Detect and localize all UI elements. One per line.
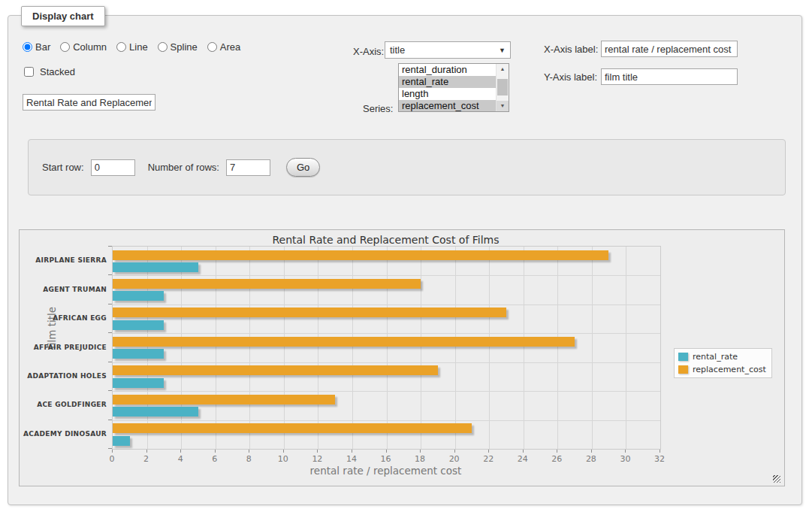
y-axis-tick-mark xyxy=(108,362,112,362)
stacked-option[interactable]: Stacked xyxy=(21,65,75,79)
bar-rental_rate xyxy=(113,378,164,388)
legend-swatch-rental_rate xyxy=(678,353,688,361)
bar-rental_rate xyxy=(113,407,198,417)
y-category-label: ADAPTATION HOLES xyxy=(22,372,107,380)
x-tick-label: 24 xyxy=(512,454,534,464)
grid-line-vertical xyxy=(489,247,490,449)
go-button[interactable]: Go xyxy=(286,158,320,177)
series-scrollbar[interactable]: ▲ ▼ xyxy=(496,64,509,111)
stacked-label: Stacked xyxy=(40,66,75,77)
legend-swatch-replacement_cost xyxy=(678,365,688,374)
chart-type-radio-bar[interactable] xyxy=(23,42,32,52)
resize-grip-handle[interactable] xyxy=(773,475,780,483)
bar-rental_rate xyxy=(113,436,130,446)
chart-type-option-line[interactable]: Line xyxy=(116,41,148,53)
x-tick-label: 0 xyxy=(101,454,123,464)
num-rows-label: Number of rows: xyxy=(148,162,219,173)
y-category-label: ACE GOLDFINGER xyxy=(22,401,107,408)
bar-rental_rate xyxy=(113,349,164,359)
y-axis-tick-mark xyxy=(108,246,112,247)
x-tick-label: 2 xyxy=(135,454,158,464)
scroll-down-icon[interactable]: ▼ xyxy=(497,101,509,111)
grid-line-vertical xyxy=(352,247,353,449)
x-tick-label: 26 xyxy=(545,454,568,464)
x-tick-label: 14 xyxy=(340,454,363,464)
chart-type-option-column[interactable]: Column xyxy=(60,41,107,53)
series-option-rental_duration[interactable]: rental_duration xyxy=(399,64,496,76)
bar-rental_rate xyxy=(113,262,198,272)
scrollbar-thumb[interactable] xyxy=(497,79,508,95)
x-axis-tick-mark xyxy=(180,450,181,453)
series-option-rental_rate[interactable]: rental_rate xyxy=(399,76,496,88)
grid-line-vertical xyxy=(318,247,318,449)
x-axis-tick-mark xyxy=(625,450,626,453)
chart-type-radio-column[interactable] xyxy=(60,42,70,52)
x-tick-label: 8 xyxy=(237,454,260,464)
x-axis-tick-mark xyxy=(249,450,249,453)
grid-line-horizontal xyxy=(113,275,660,276)
y-axis-tick-mark xyxy=(108,420,112,420)
y-axis-label-input[interactable] xyxy=(601,68,738,85)
grid-line-horizontal xyxy=(113,420,660,421)
y-category-label: ACADEMY DINOSAUR xyxy=(22,430,107,438)
chart-type-option-spline[interactable]: Spline xyxy=(158,41,198,53)
chart-container: Rental Rate and Replacement Cost of Film… xyxy=(19,229,785,486)
bar-replacement_cost xyxy=(113,250,608,260)
chart-type-radio-area[interactable] xyxy=(207,42,217,52)
chart-type-option-label: Column xyxy=(73,41,107,53)
series-multiselect[interactable]: rental_durationrental_ratelengthreplacem… xyxy=(398,63,509,112)
x-axis-label-input[interactable] xyxy=(601,41,738,57)
x-axis-selected-value: title xyxy=(390,44,405,56)
row-range-panel: Start row: Number of rows: Go xyxy=(28,139,786,195)
num-rows-input[interactable] xyxy=(226,159,270,176)
x-axis-label-field-label: X-Axis label: xyxy=(544,44,598,55)
grid-line-vertical xyxy=(249,247,250,449)
grid-line-vertical xyxy=(147,247,148,449)
series-field-label: Series: xyxy=(363,103,393,114)
chart-title-input[interactable] xyxy=(23,94,155,111)
grid-line-vertical xyxy=(421,247,421,449)
x-axis-tick-mark xyxy=(454,450,455,453)
legend-label: replacement_cost xyxy=(693,365,766,374)
chart-type-option-bar[interactable]: Bar xyxy=(23,41,50,53)
grid-line-vertical xyxy=(181,247,182,449)
start-row-input[interactable] xyxy=(91,159,135,176)
grid-line-vertical xyxy=(284,247,285,449)
series-option-replacement_cost[interactable]: replacement_cost xyxy=(399,100,496,112)
y-category-label: AGENT TRUMAN xyxy=(22,286,107,293)
y-axis-tick-mark xyxy=(108,304,112,304)
series-option-length[interactable]: length xyxy=(399,88,496,100)
y-category-label: AIRPLANE SIERRA xyxy=(22,256,107,264)
scroll-up-icon[interactable]: ▲ xyxy=(497,64,509,74)
x-tick-label: 10 xyxy=(272,454,294,464)
stacked-checkbox[interactable] xyxy=(24,67,34,77)
x-axis-tick-mark xyxy=(352,450,352,453)
bar-rental_rate xyxy=(113,320,164,330)
chart-title: Rental Rate and Replacement Cost of Film… xyxy=(112,234,660,246)
x-tick-label: 4 xyxy=(169,454,192,464)
chart-type-radio-line[interactable] xyxy=(116,42,126,52)
x-axis-title: rental rate / replacement cost xyxy=(112,465,660,477)
x-tick-label: 28 xyxy=(580,454,602,464)
x-tick-label: 18 xyxy=(409,454,431,464)
y-axis-label-field-label: Y-Axis label: xyxy=(544,71,597,83)
x-axis-select[interactable]: title ▼ xyxy=(385,41,511,59)
x-axis-tick-mark xyxy=(386,450,387,453)
grid-line-vertical xyxy=(524,247,524,449)
y-axis-tick-mark xyxy=(108,274,112,275)
grid-line-horizontal xyxy=(113,304,660,305)
x-tick-label: 16 xyxy=(375,454,397,464)
series-options-list: rental_durationrental_ratelengthreplacem… xyxy=(399,64,496,111)
legend-label: rental_rate xyxy=(693,352,738,362)
x-axis-tick-mark xyxy=(215,450,216,453)
bar-replacement_cost xyxy=(113,423,472,433)
chart-legend: rental_ratereplacement_cost xyxy=(674,348,772,378)
chart-type-option-area[interactable]: Area xyxy=(207,41,240,53)
x-axis-tick-mark xyxy=(488,450,489,453)
x-axis-tick-mark xyxy=(557,450,557,453)
x-axis-tick-mark xyxy=(591,450,592,453)
chart-type-option-label: Line xyxy=(129,41,148,53)
x-tick-label: 20 xyxy=(443,454,466,464)
chart-type-radio-spline[interactable] xyxy=(158,42,168,52)
chart-type-option-label: Bar xyxy=(35,41,50,53)
